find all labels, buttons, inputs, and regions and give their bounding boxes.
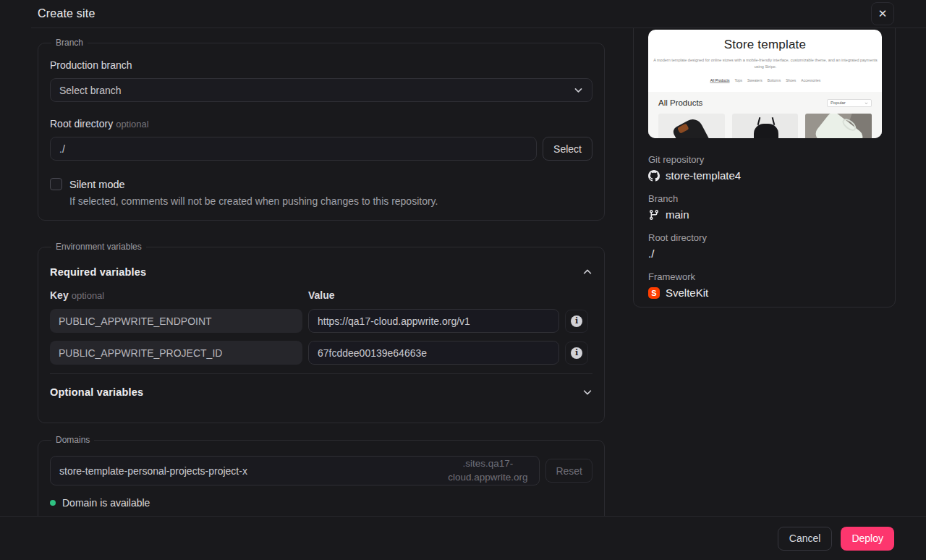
root-directory-input[interactable]: ./ — [50, 137, 537, 161]
domain-suffix: .sites.qa17-cloud.appwrite.org — [445, 457, 530, 483]
preview-title: Store template — [648, 38, 882, 52]
optional-variables-toggle[interactable]: Optional variables — [50, 373, 592, 398]
silent-mode-checkbox[interactable] — [50, 178, 62, 190]
key-column-header: Key — [50, 289, 69, 301]
wizard-header: Create site ✕ — [0, 0, 926, 27]
root-directory-label: Root directoryoptional — [50, 118, 592, 130]
variable-value-input[interactable]: 67fcddee00139e64663e — [308, 341, 559, 365]
optional-variables-title: Optional variables — [50, 386, 143, 398]
create-site-wizard: Create site ✕ Branch Production branch S… — [0, 0, 926, 560]
domain-status: Domain is available — [50, 497, 592, 509]
optional-tag: optional — [116, 119, 149, 130]
preview-tab: Tops — [734, 78, 742, 83]
production-branch-label: Production branch — [50, 59, 592, 71]
branch-select-value: Select branch — [59, 85, 122, 96]
domains-section: Domains store-template-personal-projects… — [38, 435, 605, 516]
root-directory-detail: Root directory ./ — [648, 232, 880, 260]
variables-column-headers: Keyoptional Value — [50, 289, 592, 301]
svelte-icon: S — [648, 287, 660, 299]
preview-description: A modern template designed for online st… — [648, 57, 882, 69]
info-icon: i — [571, 347, 582, 359]
variable-value-input[interactable]: https://qa17-cloud.appwrite.org/v1 — [308, 309, 559, 333]
git-repository-value: store-template4 — [666, 169, 741, 182]
variable-info-button[interactable]: i — [565, 310, 588, 333]
branch-section: Branch Production branch Select branch R… — [38, 38, 605, 221]
env-section-legend: Environment variables — [51, 242, 146, 252]
product-image — [732, 114, 799, 138]
chevron-down-icon — [574, 85, 583, 95]
reset-domain-button[interactable]: Reset — [545, 459, 592, 483]
framework-detail: Framework S SvelteKit — [648, 271, 880, 299]
preview-tab: Shoes — [786, 78, 796, 83]
wizard-content: Branch Production branch Select branch R… — [0, 0, 926, 516]
preview-section-heading: All Products — [658, 98, 702, 107]
preview-tab: All Products — [710, 78, 729, 83]
header-divider — [31, 27, 926, 28]
environment-variables-section: Environment variables Required variables… — [38, 242, 605, 423]
git-repository-detail: Git repository store-template4 — [648, 154, 880, 182]
chevron-up-icon — [582, 267, 592, 277]
page-title: Create site — [38, 7, 95, 20]
preview-tab: Bottoms — [767, 78, 780, 83]
key-optional-tag: optional — [72, 290, 105, 301]
summary-panel: Store template A modern template designe… — [633, 14, 896, 307]
preview-sort-select: Popular — [827, 99, 872, 107]
success-dot-icon — [50, 500, 56, 506]
product-image — [805, 114, 872, 138]
domain-status-text: Domain is available — [62, 497, 150, 509]
cancel-button[interactable]: Cancel — [778, 527, 833, 551]
variable-info-button[interactable]: i — [565, 341, 588, 365]
preview-tab: Accessories — [801, 78, 820, 83]
deploy-button[interactable]: Deploy — [841, 527, 894, 551]
branch-select[interactable]: Select branch — [50, 78, 592, 102]
branch-detail: Branch main — [648, 193, 880, 221]
required-variables-toggle[interactable]: Required variables — [50, 266, 592, 278]
domain-input[interactable]: store-template-personal-projects-project… — [50, 456, 540, 485]
deployment-details: Git repository store-template4 Branch — [648, 154, 880, 299]
root-directory-value: ./ — [648, 247, 654, 260]
close-button[interactable]: ✕ — [871, 2, 894, 25]
chevron-down-icon — [582, 387, 592, 397]
domains-section-legend: Domains — [51, 435, 94, 445]
variable-key-input[interactable]: PUBLIC_APPWRITE_PROJECT_ID — [50, 341, 302, 365]
branch-section-legend: Branch — [51, 38, 88, 48]
framework-value: SvelteKit — [666, 287, 708, 299]
template-preview: Store template A modern template designe… — [648, 30, 882, 138]
preview-tab: Sweaters — [747, 78, 762, 83]
silent-mode-description: If selected, comments will not be create… — [69, 195, 592, 207]
github-icon — [648, 170, 660, 182]
preview-products-section: All Products Popular — [648, 92, 882, 138]
silent-mode-label[interactable]: Silent mode — [69, 179, 125, 190]
variable-row: PUBLIC_APPWRITE_ENDPOINT https://qa17-cl… — [50, 309, 592, 333]
preview-nav-tabs: All Products Tops Sweaters Bottoms Shoes… — [648, 78, 882, 83]
wizard-footer: Cancel Deploy — [0, 516, 926, 560]
variable-key-input[interactable]: PUBLIC_APPWRITE_ENDPOINT — [50, 309, 302, 333]
chevron-down-icon — [865, 101, 868, 105]
product-image — [658, 114, 725, 138]
required-variables-title: Required variables — [50, 266, 146, 278]
git-branch-icon — [648, 209, 660, 221]
select-directory-button[interactable]: Select — [543, 137, 592, 161]
info-icon: i — [571, 315, 582, 327]
value-column-header: Value — [308, 289, 335, 301]
close-icon: ✕ — [878, 7, 888, 20]
variable-row: PUBLIC_APPWRITE_PROJECT_ID 67fcddee00139… — [50, 341, 592, 365]
branch-value: main — [666, 208, 689, 221]
